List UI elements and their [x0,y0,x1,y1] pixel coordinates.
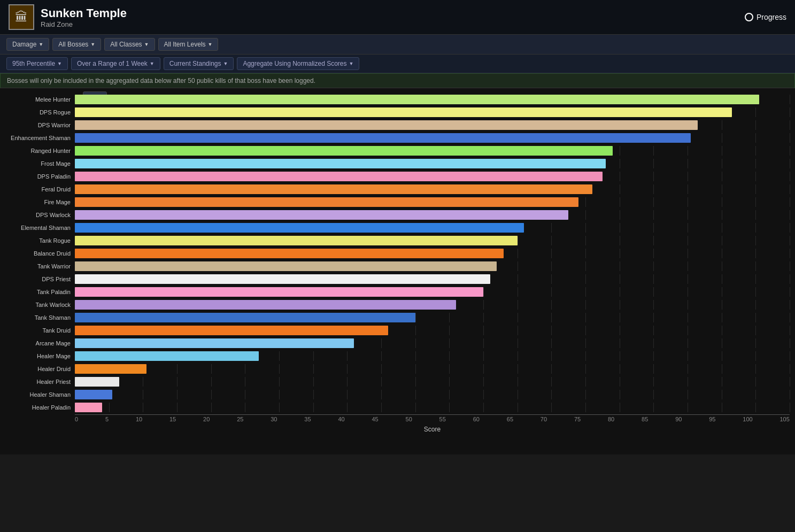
globe-icon [745,13,753,21]
bar-track [75,377,790,387]
bar-track [75,236,790,245]
x-tick: 0 [75,416,78,422]
bar-label: Feral Druid [5,186,75,192]
bar-track [75,133,790,143]
bar-track [75,338,790,348]
chevron-down-icon: ▼ [208,42,213,47]
all-item-levels-button[interactable]: All Item Levels ▼ [158,38,219,51]
bar-fill [75,274,490,284]
bar-label: Tank Paladin [5,289,75,295]
bar-label: DPS Rogue [5,109,75,115]
chart-inner: Melee HunterDPS RogueDPS WarriorEnhancem… [5,94,790,414]
bar-row: Tank Warrior [5,260,790,272]
bar-fill [75,403,102,412]
bar-row: Enhancement Shaman [5,132,790,144]
bar-label: Tank Druid [5,327,75,334]
bar-row: Healer Paladin [5,402,790,413]
damage-label: Damage [12,41,36,48]
bar-label: Ranged Hunter [5,148,75,154]
bar-fill [75,197,578,207]
bar-row: Tank Paladin [5,286,790,298]
chevron-down-icon: ▼ [90,42,95,47]
bar-track [75,261,790,271]
bar-track [75,120,790,130]
bar-row: Feral Druid [5,183,790,195]
x-tick: 15 [169,416,176,422]
bar-row: Tank Warlock [5,299,790,311]
bar-row: Elemental Shaman [5,222,790,234]
bar-fill [75,351,259,361]
x-tick: 105 [780,416,790,422]
bar-fill [75,377,119,387]
bar-track [75,390,790,399]
x-tick: 20 [203,416,210,422]
sub-toolbar: 95th Percentile ▼ Over a Range of 1 Week… [0,55,795,73]
bar-track [75,210,790,220]
bar-label: Healer Shaman [5,391,75,398]
x-tick: 90 [675,416,682,422]
bar-label: Balance Druid [5,250,75,257]
bar-label: Tank Shaman [5,314,75,321]
bar-fill [75,223,524,233]
bar-fill [75,146,613,156]
x-tick: 5 [105,416,109,422]
header-text: Sunken Temple Raid Zone [41,6,127,28]
bar-fill [75,390,112,399]
zone-icon: 🏛 [9,4,34,30]
bar-track [75,172,790,181]
bar-fill [75,338,354,348]
bar-track [75,300,790,310]
standings-button[interactable]: Current Standings ▼ [164,57,234,70]
bar-fill [75,236,518,245]
chevron-down-icon: ▼ [144,42,149,47]
x-tick: 25 [237,416,243,422]
bar-label: Arcane Mage [5,340,75,346]
bar-row: Tank Rogue [5,235,790,246]
zone-title: Sunken Temple [41,6,127,20]
x-axis-label: Score [75,426,790,433]
percentile-label: 95th Percentile [12,60,55,67]
chart-container: zoom Melee HunterDPS RogueDPS WarriorEnh… [0,88,795,454]
bar-row: DPS Priest [5,273,790,285]
bar-label: DPS Priest [5,276,75,282]
bar-label: Healer Priest [5,379,75,385]
bar-track [75,274,790,284]
bar-label: DPS Warrior [5,122,75,128]
bar-fill [75,210,568,220]
bar-track [75,249,790,258]
all-classes-label: All Classes [110,41,142,48]
all-bosses-label: All Bosses [58,41,88,48]
bar-fill [75,184,592,194]
bar-fill [75,107,732,117]
header-right: Progress [745,13,786,21]
bar-row: Ranged Hunter [5,145,790,157]
bar-track [75,223,790,233]
bar-label: Tank Warlock [5,302,75,308]
percentile-button[interactable]: 95th Percentile ▼ [6,57,68,70]
x-tick: 60 [473,416,480,422]
bar-row: Healer Shaman [5,389,790,400]
bar-track [75,197,790,207]
bar-label: Healer Mage [5,353,75,359]
aggregate-button[interactable]: Aggregate Using Normalized Scores ▼ [237,57,359,70]
bar-row: Healer Druid [5,363,790,375]
bar-row: Tank Druid [5,325,790,336]
all-bosses-button[interactable]: All Bosses ▼ [52,38,101,51]
chevron-down-icon: ▼ [38,42,43,47]
bar-fill [75,300,456,310]
bar-row: DPS Paladin [5,171,790,182]
bar-track [75,313,790,322]
damage-button[interactable]: Damage ▼ [6,38,49,51]
bar-fill [75,159,606,168]
x-tick: 10 [136,416,142,422]
range-button[interactable]: Over a Range of 1 Week ▼ [71,57,160,70]
x-tick: 45 [372,416,378,422]
bar-label: Healer Druid [5,366,75,372]
all-classes-button[interactable]: All Classes ▼ [104,38,155,51]
bar-row: Healer Mage [5,350,790,362]
x-tick: 30 [271,416,277,422]
chevron-down-icon: ▼ [349,61,354,66]
bar-fill [75,95,759,104]
progress-label: Progress [757,13,786,21]
bar-track [75,364,790,374]
